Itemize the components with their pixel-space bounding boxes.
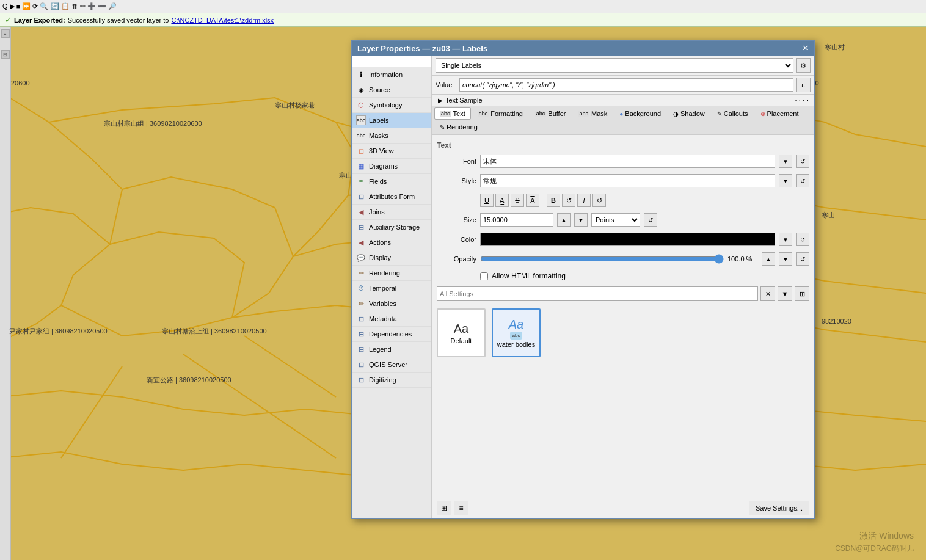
font-input[interactable]	[480, 155, 775, 168]
subnav-background[interactable]: ● Background	[614, 107, 666, 120]
italic-right-btn[interactable]: ↺	[592, 194, 606, 207]
sidebar-item-fields[interactable]: ≡ Fields	[352, 174, 431, 189]
style-dropdown-btn[interactable]: ▼	[779, 174, 792, 187]
subnav-mask[interactable]: abc Mask	[572, 107, 613, 120]
dialog-close-button[interactable]: ×	[801, 43, 809, 53]
subnav-background-label: Background	[625, 110, 661, 117]
sidebar-search-input[interactable]	[352, 56, 431, 67]
bold-btn[interactable]: B	[547, 194, 560, 207]
sidebar-item-3dview[interactable]: ◻ 3D View	[352, 144, 431, 159]
size-row: Size ▲ ▼ Points ↺	[437, 213, 809, 227]
export-link[interactable]: C:\NCZTD_DATA\test1\zddrm.xlsx	[171, 16, 274, 24]
single-labels-dropdown[interactable]: Single Labels	[436, 58, 793, 73]
opacity-down-btn[interactable]: ▼	[779, 252, 792, 266]
card-water-aa: Aa	[509, 318, 523, 332]
card-water-bubble: abc	[510, 332, 523, 340]
size-unit-select[interactable]: Points	[591, 213, 640, 227]
value-expression-input[interactable]	[459, 78, 793, 92]
size-up-btn[interactable]: ▲	[557, 213, 571, 227]
metadata-icon: ⊟	[356, 314, 366, 324]
sidebar-item-symbology[interactable]: ⬡ Symbology	[352, 98, 431, 113]
clear-search-btn[interactable]: ✕	[760, 286, 775, 301]
label-settings-icon-btn[interactable]: ⚙	[796, 58, 811, 73]
dialog-body: ℹ Information ◈ Source ⬡ Symbology abc L…	[352, 56, 814, 518]
sidebar-item-variables[interactable]: ✏ Variables	[352, 296, 431, 311]
opacity-up-btn[interactable]: ▲	[762, 252, 775, 266]
style-input[interactable]	[480, 174, 775, 187]
sidebar-item-display[interactable]: 💬 Display	[352, 250, 431, 266]
ruler-btn-1[interactable]: ▲	[1, 29, 10, 38]
sidebar-item-actions[interactable]: ◀ Actions	[352, 235, 431, 250]
sidebar-item-digitizing[interactable]: ⊟ Digitizing	[352, 373, 431, 388]
sidebar-item-dependencies-label: Dependencies	[369, 330, 412, 338]
superscript-left-btn[interactable]: ↺	[562, 194, 575, 207]
map-label-hanshan-2: 寒山	[822, 211, 835, 220]
3dview-icon: ◻	[356, 146, 366, 156]
color-dropdown-btn[interactable]: ▼	[779, 233, 792, 246]
ruler-btn-2[interactable]: ⊞	[1, 50, 10, 59]
subnav: abc Text abc Formatting abc Buffer abc M…	[432, 106, 814, 135]
subnav-shadow[interactable]: ◑ Shadow	[668, 107, 710, 120]
all-settings-search[interactable]	[437, 286, 758, 301]
expression-builder-btn[interactable]: ε	[796, 78, 811, 92]
grid-view-btn[interactable]: ⊞	[437, 501, 451, 515]
color-swatch[interactable]	[480, 233, 775, 246]
subnav-callouts[interactable]: ✎ Callouts	[712, 107, 754, 120]
sidebar-item-labels[interactable]: abc Labels	[352, 113, 431, 128]
subnav-placement[interactable]: ⊕ Placement	[755, 107, 804, 120]
font-reset-btn[interactable]: ↺	[796, 155, 809, 168]
subnav-rendering-icon: ✎	[440, 124, 445, 131]
sidebar-item-digitizing-label: Digitizing	[369, 376, 396, 384]
map-label-code: 98210020	[822, 318, 851, 325]
settings-dropdown-btn[interactable]: ▼	[778, 286, 792, 301]
color-reset-btn[interactable]: ↺	[796, 233, 809, 246]
top-toolbar: Q ▶ ■ ⏩ ⟳ 🔍 🔄 📋 🗑 ✏ ➕ ➖ 🔎	[0, 0, 926, 13]
strikethrough-left-btn[interactable]: A̲	[495, 194, 509, 207]
subnav-text[interactable]: abc Text	[434, 107, 471, 120]
sidebar-item-display-label: Display	[369, 254, 391, 261]
sidebar-item-auxiliary-storage[interactable]: ⊟ Auxiliary Storage	[352, 220, 431, 235]
sidebar-item-attributes-form[interactable]: ⊟ Attributes Form	[352, 189, 431, 205]
font-dropdown-btn[interactable]: ▼	[779, 155, 792, 168]
sidebar-item-qgis-server[interactable]: ⊟ QGIS Server	[352, 357, 431, 373]
overline-btn[interactable]: A	[526, 194, 539, 207]
svg-line-0	[183, 354, 336, 458]
sidebar-item-rendering-label: Rendering	[369, 269, 400, 277]
sidebar-item-masks-label: Masks	[369, 132, 388, 139]
style-card-water-bodies[interactable]: Aa abc water bodies	[492, 308, 541, 357]
italic-btn[interactable]: I	[577, 194, 591, 207]
strikethrough-btn[interactable]: S	[511, 194, 524, 207]
sidebar-item-information[interactable]: ℹ Information	[352, 67, 431, 82]
font-row: Font ▼ ↺	[437, 155, 809, 168]
allow-html-checkbox[interactable]	[480, 272, 488, 280]
subnav-buffer[interactable]: abc Buffer	[530, 107, 572, 120]
underline-btn[interactable]: U	[480, 194, 494, 207]
size-input[interactable]	[480, 213, 553, 227]
save-settings-button[interactable]: Save Settings...	[749, 501, 809, 515]
style-card-default[interactable]: Aa Default	[437, 308, 486, 357]
sidebar-item-temporal[interactable]: ⏱ Temporal	[352, 281, 431, 296]
opacity-reset-btn[interactable]: ↺	[796, 252, 809, 266]
sidebar-item-masks[interactable]: abc Masks	[352, 128, 431, 144]
subnav-formatting[interactable]: abc Formatting	[472, 107, 528, 120]
svg-line-1	[61, 366, 122, 458]
sidebar-item-legend[interactable]: ⊟ Legend	[352, 342, 431, 357]
text-sample-row[interactable]: ▶ Text Sample · · · ·	[432, 95, 814, 106]
opacity-slider[interactable]	[480, 254, 724, 264]
sidebar-item-source[interactable]: ◈ Source	[352, 82, 431, 98]
settings-extra-btn[interactable]: ⊞	[795, 286, 809, 301]
list-view-btn[interactable]: ≡	[454, 501, 468, 515]
sidebar-item-diagrams[interactable]: ▦ Diagrams	[352, 159, 431, 174]
size-reset-btn[interactable]: ↺	[644, 213, 657, 227]
style-reset-btn[interactable]: ↺	[796, 174, 809, 187]
allow-html-label: Allow HTML formatting	[492, 272, 566, 280]
value-label-text: Value	[436, 81, 457, 89]
subnav-rendering[interactable]: ✎ Rendering	[434, 121, 483, 133]
sidebar-item-metadata[interactable]: ⊟ Metadata	[352, 311, 431, 327]
subnav-text-icon: abc	[440, 111, 451, 117]
subnav-formatting-label: Formatting	[490, 110, 523, 117]
size-down-btn[interactable]: ▼	[574, 213, 588, 227]
sidebar-item-dependencies[interactable]: ⊟ Dependencies	[352, 327, 431, 342]
sidebar-item-joins[interactable]: ◀ Joins	[352, 205, 431, 220]
sidebar-item-rendering[interactable]: ✏ Rendering	[352, 266, 431, 281]
